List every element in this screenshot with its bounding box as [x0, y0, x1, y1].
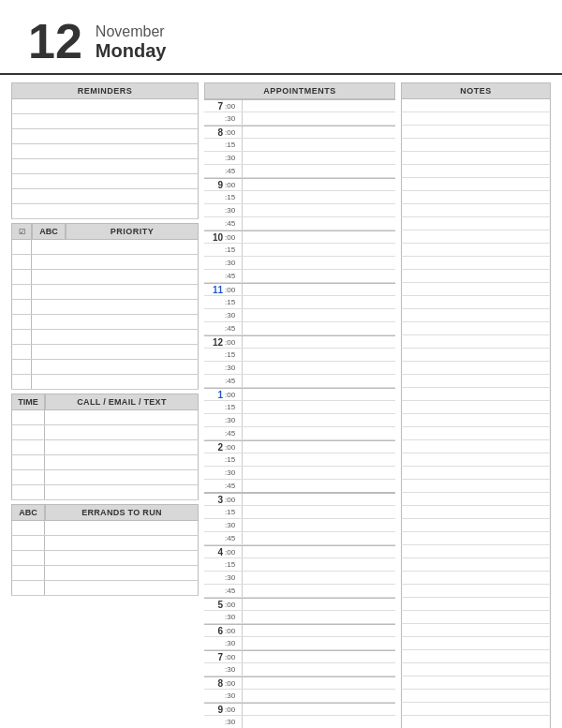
weekday-label: Monday [96, 40, 167, 62]
appt-time-row: :45 [204, 532, 395, 545]
min-label: :15 [225, 245, 242, 254]
priority-header-label: PRIORITY [66, 223, 199, 240]
appt-time-row: :30 [204, 467, 395, 480]
list-item [11, 440, 199, 455]
hour-block-9: 9 :00 :15 :30 :45 [204, 178, 395, 230]
min-label: :45 [225, 429, 242, 438]
list-item [401, 545, 551, 558]
appt-line [242, 663, 395, 676]
appt-time-row: :45 [204, 480, 395, 493]
appt-time-row: :30 [204, 690, 395, 703]
min-label: :30 [225, 259, 242, 267]
appt-time-row: :15 [204, 558, 395, 572]
appt-line [242, 506, 395, 518]
min-label: :30 [225, 573, 242, 582]
appt-line [242, 179, 395, 190]
appt-time-row: :15 [204, 453, 395, 467]
appt-line [242, 165, 395, 177]
appt-time-row: :45 [204, 270, 395, 283]
appt-time-row: 7 :00 [204, 650, 395, 663]
list-item [401, 204, 551, 217]
calls-header-row: TIME CALL / EMAIL / TEXT [11, 394, 199, 410]
left-panel: REMINDERS ☑ ABC PRIORITY [11, 82, 199, 728]
errands-lines [11, 521, 199, 596]
list-item [11, 144, 199, 159]
appt-time-row: :15 [204, 244, 395, 257]
hour-block-12: 12 :00 :15 :30 :45 [204, 335, 395, 388]
min-label: :30 [225, 521, 242, 529]
list-item [401, 165, 551, 178]
min-label: :15 [225, 403, 242, 411]
list-item [11, 521, 199, 536]
list-item [401, 191, 551, 204]
list-item [401, 270, 551, 283]
appt-line [242, 651, 395, 662]
list-item [401, 624, 551, 637]
hour-label: 9 [204, 180, 225, 190]
list-item [11, 159, 199, 174]
min-label: :15 [225, 141, 242, 149]
calls-time-header: TIME [11, 394, 45, 410]
list-item [401, 703, 551, 716]
appt-time-row: 12 :00 [204, 335, 395, 349]
min-label: :45 [225, 167, 242, 175]
page-header: 12 November Monday [0, 0, 562, 75]
hour-block-1pm: 1 :00 :15 :30 :45 [204, 388, 395, 440]
hour-label: 9 [204, 705, 225, 715]
min-label: :15 [225, 455, 242, 464]
min-label: :45 [225, 587, 242, 595]
errands-header-row: ABC ERRANDS TO RUN [11, 504, 199, 521]
appt-line [242, 100, 395, 111]
min-label: :30 [225, 206, 242, 215]
appt-line [242, 625, 395, 636]
list-item [401, 335, 551, 349]
list-item [11, 315, 199, 330]
appt-time-row: :30 [204, 637, 395, 650]
errands-header-label: ERRANDS TO RUN [45, 504, 199, 521]
min-label: :00 [225, 443, 242, 452]
appt-line [242, 231, 395, 243]
list-item [11, 375, 199, 390]
hour-block-8pm: 8 :00 :30 [204, 676, 395, 703]
appt-line [242, 611, 395, 623]
appt-time-row: 9 :00 [204, 703, 395, 716]
list-item [11, 330, 199, 345]
list-item [11, 410, 199, 425]
list-item [401, 112, 551, 126]
hour-label: 7 [204, 101, 225, 111]
min-label: :15 [225, 193, 242, 201]
min-label: :15 [225, 298, 242, 306]
appt-line [242, 389, 395, 400]
min-label: :30 [225, 154, 242, 162]
hour-block-11: 11 :00 :15 :30 :45 [204, 283, 395, 335]
min-label: :45 [225, 482, 242, 490]
appt-time-row: :30 [204, 414, 395, 427]
list-item [401, 99, 551, 112]
appt-time-row: :15 [204, 506, 395, 519]
appt-time-row: :30 [204, 716, 395, 728]
list-item [401, 414, 551, 427]
list-item [11, 99, 199, 114]
list-item [401, 453, 551, 467]
appt-line [242, 494, 395, 505]
appt-time-row: :30 [204, 663, 395, 676]
hour-label: 2 [204, 442, 225, 453]
calls-header-label: CALL / EMAIL / TEXT [45, 394, 199, 410]
min-label: :00 [225, 548, 242, 557]
appt-line [242, 519, 395, 531]
appt-line [242, 453, 395, 466]
min-label: :30 [225, 639, 242, 647]
min-label: :15 [225, 560, 242, 569]
min-label: :30 [225, 613, 242, 621]
appt-line [242, 375, 395, 387]
calls-section: TIME CALL / EMAIL / TEXT [11, 394, 199, 500]
priority-lines [11, 240, 199, 390]
appt-line [242, 599, 395, 610]
min-label: :00 [225, 679, 242, 688]
notes-lines [401, 99, 551, 728]
list-item [11, 300, 199, 315]
min-label: :00 [225, 627, 242, 635]
appt-line [242, 204, 395, 216]
list-item [401, 611, 551, 624]
list-item [11, 174, 199, 189]
